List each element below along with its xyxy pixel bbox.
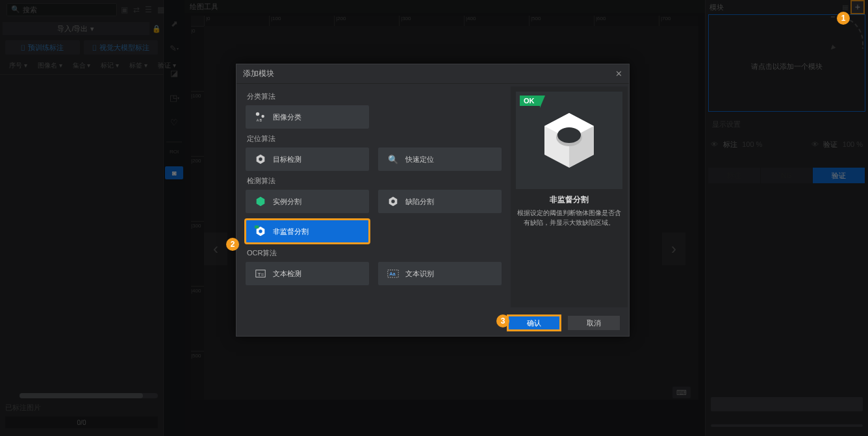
modal-header: 添加模块 ✕ bbox=[236, 64, 629, 84]
preview-description: 根据设定的阈值判断物体图像是否含有缺陷，并显示大致缺陷区域。 bbox=[516, 208, 622, 227]
algo-column: 分类算法 A B 图像分类 定位算法 目标检测 🔍 bbox=[246, 86, 502, 307]
modal-footer: 确认 取消 bbox=[236, 310, 629, 336]
card-defect-seg[interactable]: 缺陷分割 bbox=[378, 190, 502, 213]
nut-icon-large bbox=[537, 108, 602, 173]
svg-text:A   B: A B bbox=[257, 118, 262, 122]
card-label: 缺陷分割 bbox=[405, 197, 434, 207]
cat-location: 定位算法 bbox=[247, 134, 502, 144]
nodes-icon: A B bbox=[255, 111, 266, 123]
card-fast-location[interactable]: 🔍 快速定位 bbox=[378, 147, 502, 171]
magnify-icon: 🔍 bbox=[387, 153, 399, 165]
svg-point-4 bbox=[259, 157, 262, 160]
callout-1: 1 bbox=[837, 12, 850, 25]
text-box-icon: T= bbox=[255, 268, 266, 279]
card-instance-seg[interactable]: 实例分割 bbox=[246, 190, 369, 213]
hex-gray-icon bbox=[387, 196, 399, 207]
svg-point-19 bbox=[557, 127, 581, 143]
card-text-detection[interactable]: T= 文本检测 bbox=[246, 262, 369, 285]
svg-point-1 bbox=[261, 115, 264, 118]
confirm-button[interactable]: 确认 bbox=[508, 316, 560, 330]
cat-detection: 检测算法 bbox=[247, 176, 502, 186]
card-label: 实例分割 bbox=[273, 197, 301, 207]
cat-classification: 分类算法 bbox=[247, 92, 502, 101]
cat-ocr: OCR算法 bbox=[247, 248, 502, 258]
svg-rect-10 bbox=[255, 225, 259, 229]
nut-icon bbox=[255, 153, 266, 165]
ok-badge: OK bbox=[520, 96, 540, 106]
card-text-recognition[interactable]: Aa 文本识别 bbox=[378, 262, 502, 285]
card-image-classification[interactable]: A B 图像分类 bbox=[246, 105, 369, 129]
card-label: 文本检测 bbox=[273, 269, 301, 279]
card-label: 快速定位 bbox=[405, 155, 434, 164]
svg-point-0 bbox=[256, 112, 259, 116]
svg-point-9 bbox=[259, 229, 262, 233]
card-label: 文本识别 bbox=[405, 269, 434, 279]
svg-point-7 bbox=[391, 199, 394, 203]
modal-body: 分类算法 A B 图像分类 定位算法 目标检测 🔍 bbox=[246, 86, 620, 307]
card-label: 非监督分割 bbox=[273, 227, 309, 237]
modal-title: 添加模块 bbox=[243, 68, 274, 79]
callout-3: 3 bbox=[496, 314, 509, 327]
callout-2: 2 bbox=[226, 238, 239, 251]
card-object-detection[interactable]: 目标检测 bbox=[246, 147, 369, 171]
cancel-button[interactable]: 取消 bbox=[568, 316, 620, 330]
add-module-modal: 添加模块 ✕ 分类算法 A B 图像分类 定位算法 目标检测 bbox=[236, 64, 630, 337]
svg-text:T=: T= bbox=[258, 272, 264, 277]
card-unsupervised-seg[interactable]: 非监督分割 bbox=[246, 220, 369, 243]
preview-column: OK 非监督分割 根据设定的阈值判断物体图像是否含有缺陷，并显示大致缺陷区域。 bbox=[511, 86, 628, 307]
hex-ok-icon bbox=[255, 225, 266, 237]
aa-icon: Aa bbox=[387, 268, 399, 279]
svg-text:Aa: Aa bbox=[389, 271, 396, 277]
close-icon[interactable]: ✕ bbox=[615, 69, 622, 79]
card-label: 目标检测 bbox=[273, 155, 301, 164]
svg-marker-5 bbox=[257, 197, 265, 206]
hex-green-icon bbox=[255, 196, 266, 207]
card-label: 图像分类 bbox=[273, 112, 301, 122]
preview-title: 非监督分割 bbox=[550, 194, 589, 205]
preview-image: OK bbox=[516, 92, 622, 189]
